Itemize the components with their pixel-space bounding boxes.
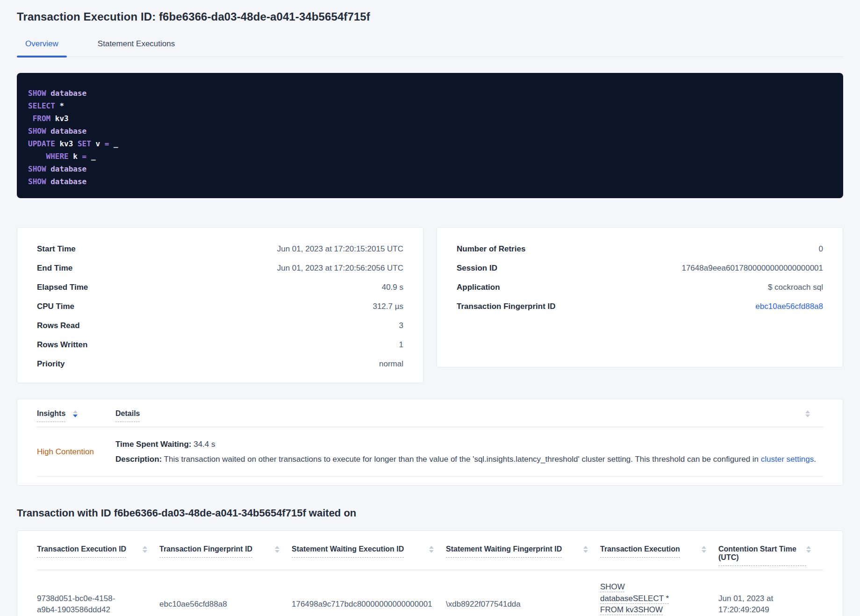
column-header-transaction-execution-id: Transaction Execution ID	[37, 545, 159, 558]
sort-carets-icon[interactable]	[702, 545, 706, 553]
stat-value: 312.7 µs	[373, 302, 403, 311]
insights-table: Insights Details High Contention Time Sp…	[17, 399, 843, 486]
stat-row-session-id: Session ID 17648a9eea6017800000000000000…	[457, 258, 823, 278]
page-title: Transaction Execution ID: f6be6366-da03-…	[17, 10, 843, 23]
stat-row-cpu-time: CPU Time 312.7 µs	[37, 297, 403, 316]
column-header-contention-start-time: Contention Start Time (UTC)	[718, 545, 823, 566]
sort-carets-icon[interactable]	[805, 409, 810, 417]
description-suffix: .	[814, 455, 816, 464]
column-header-transaction-fingerprint-id: Transaction Fingerprint ID	[159, 545, 292, 558]
stat-row-retries: Number of Retries 0	[457, 239, 823, 258]
waited-on-table: Transaction Execution ID Transaction Fin…	[17, 530, 843, 616]
column-header-label[interactable]: Transaction Execution	[600, 545, 680, 558]
tab-statement-executions[interactable]: Statement Executions	[89, 37, 183, 57]
sort-carets-icon[interactable]	[429, 545, 434, 553]
stat-row-start-time: Start Time Jun 01, 2023 at 17:20:15:2015…	[37, 239, 403, 258]
column-header-label[interactable]: Transaction Execution ID	[37, 545, 126, 558]
stat-row-rows-read: Rows Read 3	[37, 316, 403, 335]
stat-label: Elapsed Time	[37, 283, 88, 292]
insights-header-label[interactable]: Insights	[37, 409, 65, 422]
insights-column-header: Insights	[37, 409, 115, 422]
cell-text: 9738d051-bc0e-4158-a9b4-1903586ddd42	[37, 593, 133, 616]
stat-value: $ cockroach sql	[768, 283, 823, 292]
sort-carets-icon[interactable]	[73, 409, 78, 417]
session-info-card: Number of Retries 0 Session ID 17648a9ee…	[437, 227, 843, 367]
cell-transaction-execution-id: 9738d051-bc0e-4158-a9b4-1903586ddd42	[37, 593, 159, 616]
transaction-execution-link[interactable]: SHOW databaseSELECT * FROM kv3SHOW datab…	[600, 581, 683, 616]
insight-details: Time Spent Waiting: 34.4 s Description: …	[115, 439, 823, 465]
cell-statement-waiting-execution-id: 176498a9c717bdc80000000000000001	[292, 599, 446, 610]
stat-label: CPU Time	[37, 302, 74, 311]
stat-row-transaction-fingerprint: Transaction Fingerprint ID ebc10ae56cfd8…	[457, 297, 823, 316]
stat-value: 0	[819, 244, 823, 254]
sort-carets-icon[interactable]	[583, 545, 588, 553]
stat-label: Start Time	[37, 244, 76, 254]
cell-transaction-execution: SHOW databaseSELECT * FROM kv3SHOW datab…	[600, 581, 718, 616]
sql-code: SHOW databaseSELECT * FROM kv3SHOW datab…	[28, 87, 832, 188]
cell-contention-start-time: Jun 01, 2023 at 17:20:49:2049	[718, 593, 823, 616]
waiting-label: Time Spent Waiting:	[115, 440, 191, 449]
column-header-transaction-execution: Transaction Execution	[600, 545, 718, 558]
insights-table-header: Insights Details	[37, 409, 823, 422]
stat-value: Jun 01, 2023 at 17:20:15:2015 UTC	[277, 244, 403, 254]
description-label: Description:	[115, 455, 162, 464]
column-header-statement-waiting-execution-id: Statement Waiting Execution ID	[292, 545, 446, 558]
summary-cards: Start Time Jun 01, 2023 at 17:20:15:2015…	[17, 227, 843, 383]
stat-label: Rows Read	[37, 321, 80, 330]
cluster-settings-link[interactable]: cluster settings	[761, 455, 814, 464]
details-header-label[interactable]: Details	[115, 409, 140, 422]
column-header-label[interactable]: Statement Waiting Fingerprint ID	[446, 545, 562, 558]
insight-waiting-line: Time Spent Waiting: 34.4 s	[115, 439, 823, 450]
column-header-label[interactable]: Transaction Fingerprint ID	[159, 545, 252, 558]
stat-row-elapsed-time: Elapsed Time 40.9 s	[37, 278, 403, 297]
transaction-fingerprint-link[interactable]: ebc10ae56cfd88a8	[755, 302, 823, 311]
stat-label: Priority	[37, 359, 65, 369]
stat-label: Transaction Fingerprint ID	[457, 302, 556, 311]
column-header-statement-waiting-fingerprint-id: Statement Waiting Fingerprint ID	[446, 545, 600, 558]
stat-row-rows-written: Rows Written 1	[37, 335, 403, 354]
stat-value: 17648a9eea6017800000000000000001	[681, 264, 823, 273]
sort-carets-icon[interactable]	[806, 545, 811, 553]
column-header-label[interactable]: Contention Start Time (UTC)	[718, 545, 806, 566]
stat-value: 1	[399, 340, 403, 350]
execution-stats-card: Start Time Jun 01, 2023 at 17:20:15:2015…	[17, 227, 423, 383]
waited-on-table-header: Transaction Execution ID Transaction Fin…	[37, 545, 823, 566]
insight-description-line: Description: This transaction waited on …	[115, 454, 823, 465]
tab-bar: Overview Statement Executions	[17, 37, 843, 57]
waited-on-row: 9738d051-bc0e-4158-a9b4-1903586ddd42 ebc…	[37, 570, 823, 616]
stat-row-priority: Priority normal	[37, 354, 403, 373]
stat-value: 40.9 s	[382, 283, 403, 292]
stat-value: normal	[379, 359, 403, 369]
insight-row: High Contention Time Spent Waiting: 34.4…	[37, 427, 823, 477]
stat-label: Session ID	[457, 264, 497, 273]
stat-label: Number of Retries	[457, 244, 525, 254]
insight-type-badge: High Contention	[37, 447, 115, 457]
stat-label: Rows Written	[37, 340, 87, 350]
transaction-details-page: Transaction Execution ID: f6be6366-da03-…	[0, 0, 860, 616]
sort-carets-icon[interactable]	[275, 545, 280, 553]
stat-label: End Time	[37, 264, 72, 273]
stat-row-application: Application $ cockroach sql	[457, 278, 823, 297]
tab-overview[interactable]: Overview	[17, 37, 67, 57]
cell-statement-waiting-fingerprint-id: \xdb8922f077541dda	[446, 599, 600, 610]
description-text: This transaction waited on other transac…	[162, 455, 761, 464]
column-header-label[interactable]: Statement Waiting Execution ID	[292, 545, 404, 558]
waited-on-section-title: Transaction with ID f6be6366-da03-48de-a…	[17, 507, 843, 519]
waiting-value: 34.4 s	[191, 440, 215, 449]
sql-statements-box: SHOW databaseSELECT * FROM kv3SHOW datab…	[17, 73, 843, 198]
stat-row-end-time: End Time Jun 01, 2023 at 17:20:56:2056 U…	[37, 258, 403, 278]
stat-value: 3	[399, 321, 403, 330]
cell-transaction-fingerprint-id: ebc10ae56cfd88a8	[159, 599, 292, 610]
stat-label: Application	[457, 283, 500, 292]
stat-value: Jun 01, 2023 at 17:20:56:2056 UTC	[277, 264, 403, 273]
sort-carets-icon[interactable]	[143, 545, 147, 553]
